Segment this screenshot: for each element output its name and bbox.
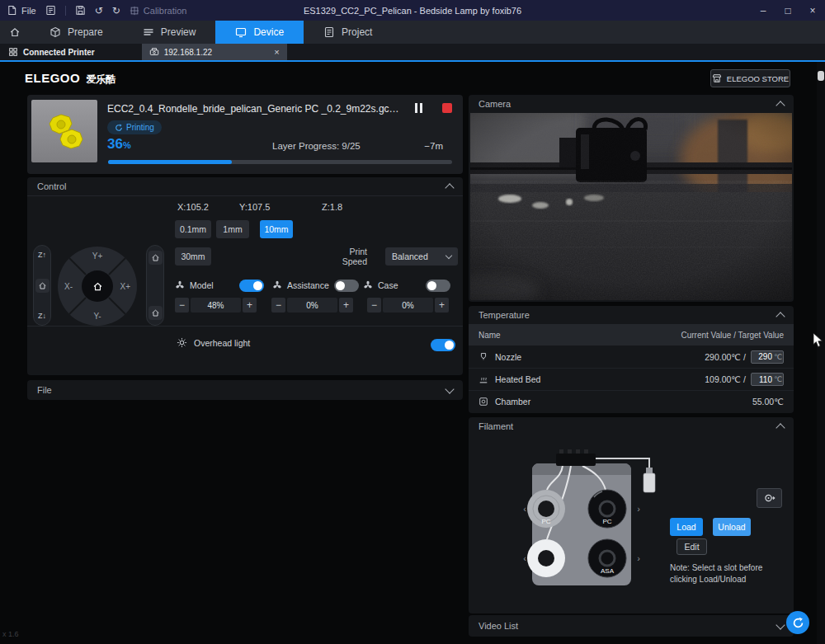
step-1mm-button[interactable]: 1mm [216,220,249,238]
temperature-panel-header[interactable]: Temperature [469,306,794,324]
pause-button[interactable] [415,103,422,113]
overhead-light-toggle[interactable] [431,339,455,351]
file-panel-header[interactable]: File [27,380,463,400]
case-fan-label: Case [363,279,398,292]
unload-button[interactable]: Unload [713,518,751,536]
all-home-button[interactable] [148,306,163,320]
z-down-button[interactable]: Z↓ [38,312,46,320]
filament-slot-2[interactable]: PC [588,490,626,528]
slot-next-icon[interactable]: › [637,553,640,563]
file-menu[interactable]: File [7,5,36,16]
step-0.1mm-button[interactable]: 0.1mm [175,220,211,238]
home-icon [38,281,47,290]
jog-y-minus[interactable]: Y- [93,312,101,321]
heated-bed-target-input[interactable] [754,375,772,384]
bed-home-button[interactable] [148,251,163,265]
nozzle-row: Nozzle 290.00℃ / ℃ [469,346,794,368]
home-button[interactable] [0,21,30,44]
collapse-chevron-icon[interactable] [776,312,785,321]
collapse-chevron-icon[interactable] [776,101,785,110]
assistance-fan-toggle[interactable] [334,280,359,292]
redo-icon[interactable]: ↻ [112,6,120,16]
fan-icon [272,280,282,290]
stop-button[interactable] [442,103,452,113]
scrollbar-thumb[interactable] [818,71,824,81]
minus-button[interactable]: − [367,298,381,313]
window-titlebar: ES1329_CC2_PC_Pelican - Bedside Lamp by … [0,0,825,21]
page-scrollbar[interactable] [817,62,825,644]
calibration-label: Calibration [144,6,187,16]
plus-button[interactable]: + [339,298,353,313]
expand-chevron-icon[interactable] [445,384,454,393]
z-home-button[interactable] [35,279,50,293]
edit-button[interactable]: Edit [676,538,707,555]
minimize-button[interactable]: – [751,0,776,21]
elegoo-store-button[interactable]: ELEGOO STORE [710,69,790,87]
chamber-icon [478,397,488,407]
model-fan-stepper: − 48% + [175,298,257,313]
preview-icon [143,26,154,38]
camera-title: Camera [478,99,511,109]
slot-next-icon[interactable]: › [637,504,640,514]
camera-panel-header[interactable]: Camera [469,95,794,113]
close-button[interactable]: × [800,0,825,21]
nozzle-target-input[interactable] [754,352,772,361]
prepare-icon [50,26,61,38]
tab-preview[interactable]: Preview [123,21,216,44]
filament-slot-4[interactable]: ASA [588,539,626,577]
print-speed-select[interactable]: Balanced [385,247,458,266]
jog-x-minus[interactable]: X- [64,282,73,291]
maximize-button[interactable]: □ [776,0,800,21]
load-button[interactable]: Load [670,518,703,536]
slot-2-label: PC [602,518,611,525]
collapse-chevron-icon[interactable] [445,183,454,192]
step-10mm-button[interactable]: 10mm [260,220,293,238]
collapse-chevron-icon[interactable] [776,423,785,432]
refresh-button[interactable] [786,611,809,634]
printer-tab-close-icon[interactable]: × [274,47,279,57]
case-fan-toggle[interactable] [426,280,450,292]
project-icon [323,26,335,38]
slot-prev-icon[interactable]: ‹ [523,504,526,514]
tab-prepare[interactable]: Prepare [30,21,123,44]
temperature-title: Temperature [478,310,530,320]
model-fan-value: 48% [191,298,241,313]
video-list-header[interactable]: Video List [469,615,794,637]
tab-device[interactable]: Device [215,21,304,44]
xy-jog-pad[interactable]: Y+ Y- X- X+ [58,247,137,326]
filament-settings-button[interactable] [757,488,782,508]
save-icon[interactable] [75,5,86,16]
model-fan-toggle[interactable] [239,280,264,292]
tab-project[interactable]: Project [304,21,392,44]
main-tab-bar: Prepare Preview Device Project [0,21,825,44]
minus-button[interactable]: − [271,298,285,313]
control-panel-header[interactable]: Control [27,177,463,195]
job-progress-bar [108,160,452,164]
expand-chevron-icon[interactable] [776,620,785,629]
notes-icon[interactable] [45,5,56,16]
assistance-fan-stepper: − 0% + [271,298,353,313]
filament-slot-3[interactable]: PC [527,539,565,577]
file-icon [7,5,17,16]
minus-button[interactable]: − [175,298,189,313]
filament-panel-header[interactable]: Filament [469,417,794,435]
jog-y-plus[interactable]: Y+ [92,251,103,261]
xy-home-button[interactable] [82,270,113,302]
printing-status-badge: Printing [107,120,162,134]
filament-slot-1[interactable]: PC [527,490,565,528]
z-up-button[interactable]: Z↑ [38,251,46,259]
calibration-menu[interactable]: Calibration [130,6,187,16]
printer-tab-bar: Connected Printer 192.168.1.22 × [0,44,825,62]
undo-icon[interactable]: ↺ [95,6,103,16]
heated-bed-icon [478,374,488,384]
jog-x-plus[interactable]: X+ [120,282,130,291]
printer-tab[interactable]: 192.168.1.22 × [142,44,287,60]
step-30mm-button[interactable]: 30mm [175,247,211,266]
plus-button[interactable]: + [243,298,257,313]
nozzle-target-box: ℃ [751,350,784,364]
slot-prev-icon[interactable]: ‹ [523,553,526,563]
plus-button[interactable]: + [435,298,449,313]
grid-icon [8,47,18,57]
mouse-cursor [813,332,823,348]
assistance-fan-label: Assistance [272,279,329,292]
